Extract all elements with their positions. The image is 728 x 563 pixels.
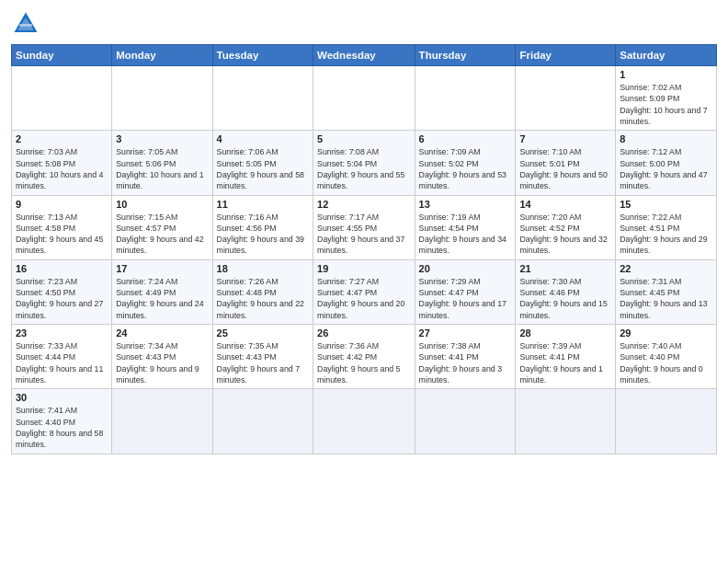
calendar-day-cell: 27Sunrise: 7:38 AM Sunset: 4:41 PM Dayli… xyxy=(415,325,516,389)
day-info: Sunrise: 7:36 AM Sunset: 4:42 PM Dayligh… xyxy=(317,340,411,385)
day-number: 28 xyxy=(519,327,611,339)
day-info: Sunrise: 7:34 AM Sunset: 4:43 PM Dayligh… xyxy=(116,340,208,385)
day-info: Sunrise: 7:09 AM Sunset: 5:02 PM Dayligh… xyxy=(419,146,512,191)
calendar-week-row: 23Sunrise: 7:33 AM Sunset: 4:44 PM Dayli… xyxy=(12,325,717,389)
calendar-day-cell: 19Sunrise: 7:27 AM Sunset: 4:47 PM Dayli… xyxy=(313,259,415,324)
day-number: 15 xyxy=(620,199,712,210)
day-number: 11 xyxy=(217,199,309,210)
day-info: Sunrise: 7:23 AM Sunset: 4:50 PM Dayligh… xyxy=(16,276,108,321)
svg-rect-2 xyxy=(19,24,32,27)
calendar-day-cell: 28Sunrise: 7:39 AM Sunset: 4:41 PM Dayli… xyxy=(516,325,616,389)
calendar-day-cell: 13Sunrise: 7:19 AM Sunset: 4:54 PM Dayli… xyxy=(415,195,516,259)
day-number: 14 xyxy=(519,199,611,210)
day-number: 21 xyxy=(519,263,611,274)
calendar-day-cell: 4Sunrise: 7:06 AM Sunset: 5:05 PM Daylig… xyxy=(212,131,313,195)
calendar-day-cell: 5Sunrise: 7:08 AM Sunset: 5:04 PM Daylig… xyxy=(313,131,415,195)
calendar-day-cell: 2Sunrise: 7:03 AM Sunset: 5:08 PM Daylig… xyxy=(12,131,112,195)
day-info: Sunrise: 7:27 AM Sunset: 4:47 PM Dayligh… xyxy=(317,276,411,321)
day-info: Sunrise: 7:22 AM Sunset: 4:51 PM Dayligh… xyxy=(620,212,712,257)
day-number: 13 xyxy=(419,199,512,210)
calendar-day-cell: 22Sunrise: 7:31 AM Sunset: 4:45 PM Dayli… xyxy=(616,259,717,324)
day-info: Sunrise: 7:15 AM Sunset: 4:57 PM Dayligh… xyxy=(116,212,208,257)
calendar-day-cell xyxy=(516,66,616,131)
day-info: Sunrise: 7:17 AM Sunset: 4:55 PM Dayligh… xyxy=(317,212,411,257)
weekday-header-row: SundayMondayTuesdayWednesdayThursdayFrid… xyxy=(12,45,717,66)
calendar-day-cell xyxy=(112,66,212,131)
calendar-day-cell: 8Sunrise: 7:12 AM Sunset: 5:00 PM Daylig… xyxy=(616,131,717,195)
day-info: Sunrise: 7:41 AM Sunset: 4:40 PM Dayligh… xyxy=(16,405,108,450)
day-info: Sunrise: 7:10 AM Sunset: 5:01 PM Dayligh… xyxy=(519,146,611,191)
day-info: Sunrise: 7:30 AM Sunset: 4:46 PM Dayligh… xyxy=(519,276,611,321)
day-info: Sunrise: 7:26 AM Sunset: 4:48 PM Dayligh… xyxy=(217,276,309,321)
day-number: 29 xyxy=(620,327,712,339)
calendar-day-cell xyxy=(516,389,616,454)
calendar-day-cell: 16Sunrise: 7:23 AM Sunset: 4:50 PM Dayli… xyxy=(12,259,112,324)
calendar-day-cell xyxy=(313,389,415,454)
calendar-day-cell: 3Sunrise: 7:05 AM Sunset: 5:06 PM Daylig… xyxy=(112,131,212,195)
page: SundayMondayTuesdayWednesdayThursdayFrid… xyxy=(0,0,728,563)
day-info: Sunrise: 7:08 AM Sunset: 5:04 PM Dayligh… xyxy=(317,146,411,191)
calendar-day-cell: 6Sunrise: 7:09 AM Sunset: 5:02 PM Daylig… xyxy=(415,131,516,195)
day-info: Sunrise: 7:16 AM Sunset: 4:56 PM Dayligh… xyxy=(217,212,309,257)
weekday-header-saturday: Saturday xyxy=(616,45,717,66)
weekday-header-thursday: Thursday xyxy=(415,45,516,66)
day-info: Sunrise: 7:39 AM Sunset: 4:41 PM Dayligh… xyxy=(519,340,611,385)
weekday-header-tuesday: Tuesday xyxy=(212,45,313,66)
weekday-header-wednesday: Wednesday xyxy=(313,45,415,66)
day-info: Sunrise: 7:35 AM Sunset: 4:43 PM Dayligh… xyxy=(217,340,309,385)
day-info: Sunrise: 7:13 AM Sunset: 4:58 PM Dayligh… xyxy=(16,212,108,257)
calendar-day-cell xyxy=(212,66,313,131)
calendar-day-cell: 17Sunrise: 7:24 AM Sunset: 4:49 PM Dayli… xyxy=(112,259,212,324)
day-number: 20 xyxy=(419,263,512,274)
calendar-day-cell xyxy=(616,389,717,454)
calendar-day-cell: 15Sunrise: 7:22 AM Sunset: 4:51 PM Dayli… xyxy=(616,195,717,259)
calendar-day-cell: 23Sunrise: 7:33 AM Sunset: 4:44 PM Dayli… xyxy=(12,325,112,389)
day-number: 19 xyxy=(317,263,411,274)
calendar-day-cell xyxy=(12,66,112,131)
day-number: 1 xyxy=(620,69,712,80)
day-number: 16 xyxy=(16,263,108,274)
day-info: Sunrise: 7:24 AM Sunset: 4:49 PM Dayligh… xyxy=(116,276,208,321)
day-info: Sunrise: 7:02 AM Sunset: 5:09 PM Dayligh… xyxy=(620,82,712,127)
day-number: 5 xyxy=(317,133,411,144)
calendar-day-cell: 10Sunrise: 7:15 AM Sunset: 4:57 PM Dayli… xyxy=(112,195,212,259)
calendar-week-row: 30Sunrise: 7:41 AM Sunset: 4:40 PM Dayli… xyxy=(12,389,717,454)
day-info: Sunrise: 7:20 AM Sunset: 4:52 PM Dayligh… xyxy=(519,212,611,257)
calendar-week-row: 1Sunrise: 7:02 AM Sunset: 5:09 PM Daylig… xyxy=(12,66,717,131)
logo-icon xyxy=(11,9,40,39)
calendar-week-row: 9Sunrise: 7:13 AM Sunset: 4:58 PM Daylig… xyxy=(12,195,717,259)
day-number: 25 xyxy=(217,327,309,339)
day-number: 6 xyxy=(419,133,512,144)
day-info: Sunrise: 7:12 AM Sunset: 5:00 PM Dayligh… xyxy=(620,146,712,191)
day-number: 10 xyxy=(116,199,208,210)
day-number: 12 xyxy=(317,199,411,210)
day-info: Sunrise: 7:06 AM Sunset: 5:05 PM Dayligh… xyxy=(217,146,309,191)
calendar-day-cell: 11Sunrise: 7:16 AM Sunset: 4:56 PM Dayli… xyxy=(212,195,313,259)
calendar-day-cell: 26Sunrise: 7:36 AM Sunset: 4:42 PM Dayli… xyxy=(313,325,415,389)
calendar-day-cell: 1Sunrise: 7:02 AM Sunset: 5:09 PM Daylig… xyxy=(616,66,717,131)
day-number: 4 xyxy=(217,133,309,144)
day-number: 27 xyxy=(419,327,512,339)
header xyxy=(11,9,717,39)
day-number: 3 xyxy=(116,133,208,144)
calendar-day-cell: 14Sunrise: 7:20 AM Sunset: 4:52 PM Dayli… xyxy=(516,195,616,259)
day-number: 24 xyxy=(116,327,208,339)
day-info: Sunrise: 7:03 AM Sunset: 5:08 PM Dayligh… xyxy=(16,146,108,191)
day-number: 22 xyxy=(620,263,712,274)
calendar-day-cell: 7Sunrise: 7:10 AM Sunset: 5:01 PM Daylig… xyxy=(516,131,616,195)
calendar-week-row: 16Sunrise: 7:23 AM Sunset: 4:50 PM Dayli… xyxy=(12,259,717,324)
day-info: Sunrise: 7:31 AM Sunset: 4:45 PM Dayligh… xyxy=(620,276,712,321)
day-info: Sunrise: 7:29 AM Sunset: 4:47 PM Dayligh… xyxy=(419,276,512,321)
day-number: 30 xyxy=(16,392,108,403)
calendar-day-cell: 24Sunrise: 7:34 AM Sunset: 4:43 PM Dayli… xyxy=(112,325,212,389)
calendar-day-cell: 21Sunrise: 7:30 AM Sunset: 4:46 PM Dayli… xyxy=(516,259,616,324)
day-info: Sunrise: 7:38 AM Sunset: 4:41 PM Dayligh… xyxy=(419,340,512,385)
calendar-day-cell: 29Sunrise: 7:40 AM Sunset: 4:40 PM Dayli… xyxy=(616,325,717,389)
weekday-header-sunday: Sunday xyxy=(12,45,112,66)
calendar-day-cell xyxy=(212,389,313,454)
calendar-day-cell xyxy=(112,389,212,454)
day-number: 9 xyxy=(16,199,108,210)
day-info: Sunrise: 7:33 AM Sunset: 4:44 PM Dayligh… xyxy=(16,340,108,385)
calendar-day-cell: 20Sunrise: 7:29 AM Sunset: 4:47 PM Dayli… xyxy=(415,259,516,324)
calendar-day-cell: 12Sunrise: 7:17 AM Sunset: 4:55 PM Dayli… xyxy=(313,195,415,259)
